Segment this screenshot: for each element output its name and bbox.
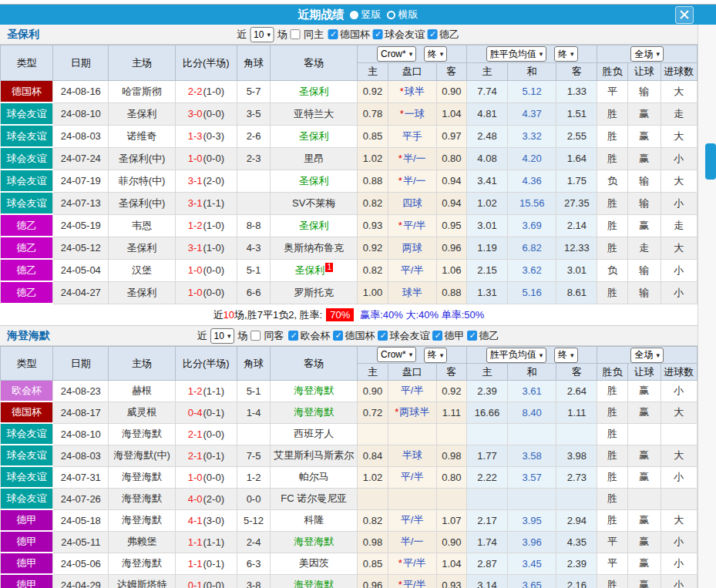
away-odds: 0.96 [436,237,466,259]
col-handicap: 盘口 [388,364,436,381]
result-cell: 胜 [597,488,627,509]
corner-score: 6-3 [237,553,270,574]
final-select[interactable]: 终▾ [424,46,448,62]
final-select-2-value: 终 [558,348,567,361]
date-cell: 24-07-31 [53,466,109,488]
league-checkbox[interactable] [432,331,442,341]
layout-radio-horizontal[interactable]: 横版 [387,8,419,22]
result-cell: 胜 [597,125,627,147]
match-row: 德甲 24-04-29 达姆斯塔特 0-1(0-0) 3-8 海登海默 0.96… [1,574,698,588]
fulltime-score: 2-1 [188,450,203,462]
handicap-result-cell: 走 [627,237,661,259]
home-odds: 0.90 [358,381,388,402]
halftime-score: (1-0) [203,86,224,97]
league-cell: 球会友谊 [1,102,53,125]
chevron-down-icon: ▾ [409,351,413,358]
date-cell: 24-07-19 [53,170,109,192]
match-row: 德甲 24-05-11 弗赖堡 1-1(1-1) 2-4 海登海默 0.98 半… [1,531,698,553]
avg-home-value: 1.77 [466,445,507,466]
close-icon[interactable] [675,6,694,24]
match-row: 德国杯 24-08-17 威灵根 0-4(0-1) 1-4 海登海默 0.72 … [1,402,698,423]
handicap-value: 平/半 [403,557,426,569]
handicap-result-cell: 赢 [627,102,661,125]
avg-away-value: 2.64 [556,381,597,402]
league-checkbox[interactable] [378,331,388,341]
same-side-checkbox[interactable] [291,29,301,39]
date-cell: 24-05-19 [53,214,109,237]
corner-score [237,192,270,214]
summary-text: 赢率:40% 大:40% 单率:50% [360,308,484,322]
star-marker: * [398,220,402,231]
final-select-2[interactable]: 终▾ [554,46,578,62]
handicap-value: 球半 [402,287,422,298]
handicap-cell: 平/半 [388,466,436,488]
avg-away-value: 3.98 [556,445,597,466]
same-side-checkbox[interactable] [250,331,261,341]
scrollbar-thumb[interactable] [705,143,716,180]
avg-select[interactable]: 胜平负均值▾ [486,348,547,363]
away-team-cell: 海登海默 [271,574,358,588]
home-odds: 1.00 [358,281,388,304]
handicap-value: 平/半 [401,385,424,396]
final-select-2[interactable]: 终▾ [554,348,578,363]
halftime-score: (0-0) [203,108,224,119]
chevron-down-icon: ▾ [570,50,574,58]
date-cell: 24-08-17 [53,402,109,423]
star-marker: * [400,108,404,119]
date-cell: 24-05-18 [53,509,109,531]
full-select[interactable]: 全场▾ [630,46,664,62]
goals-result-cell: 走 [661,102,697,125]
away-odds: 0.80 [436,466,466,488]
league-checkbox[interactable] [288,331,298,341]
handicap-cell: 两球 [388,237,436,259]
match-row: 球会友谊 24-08-10 海登海默 2-1(0-0) 西班牙人 胜 [1,423,698,445]
fulltime-score: 1-3 [188,130,203,142]
avg-home-value: 2.15 [466,259,507,281]
result-cell: 平 [597,81,627,103]
radio-unselected-icon [387,11,395,19]
match-score: 3-1(2-0) [175,170,237,192]
matches-table: 类型 日期 主场 比分(半场) 角球 客场 Crow*▾ 终▾ 胜平负均值▾ 终… [0,45,698,304]
layout-radio-vertical[interactable]: 竖版 [350,8,382,22]
col-score: 比分(半场) [175,347,237,381]
handicap-result-cell: 赢 [627,125,661,147]
fulltime-score: 1-2 [188,385,203,397]
league-checkbox[interactable] [373,29,383,39]
league-cell: 德国杯 [1,402,53,423]
away-odds: 0.94 [436,170,466,192]
league-filter-label: 欧会杯 [300,329,330,343]
col-result: 胜负 [597,63,627,81]
avg-draw-value: 3.65 [508,574,556,588]
corner-score: 5-1 [237,259,270,281]
avg-draw-value: 15.56 [508,192,556,214]
avg-home-value: 1.31 [466,281,507,304]
match-score: 2-1(0-1) [175,445,237,466]
goals-result-cell: 小 [661,259,697,281]
avg-draw-value: 3.58 [508,445,556,466]
final-select-value: 终 [428,48,437,61]
league-cell: 德甲 [1,509,53,531]
col-away: 客场 [271,347,358,381]
avg-draw-value: 4.37 [508,102,556,125]
away-team: 圣保利 [299,130,329,142]
avg-select[interactable]: 胜平负均值▾ [486,46,547,62]
league-checkbox[interactable] [428,29,438,39]
crow-select[interactable]: Crow*▾ [377,46,416,62]
match-row: 球会友谊 24-07-13 圣保利(中) 3-1(1-1) SV不莱梅 0.82… [1,192,698,214]
handicap-value: 平手 [402,130,422,142]
col-type: 类型 [1,45,53,81]
league-cell: 德甲 [1,574,53,588]
handicap-value: 两球 [402,242,422,254]
crow-select[interactable]: Crow*▾ [377,347,416,362]
full-select[interactable]: 全场▾ [630,348,664,363]
match-count-select[interactable]: 10 ▾ [250,27,274,42]
match-count-select[interactable]: 10 ▾ [210,328,235,344]
league-checkbox[interactable] [328,29,338,39]
avg-home-value: 2.22 [466,466,507,488]
final-select[interactable]: 终▾ [424,348,448,363]
league-checkbox[interactable] [333,331,343,341]
league-filter-label: 德乙 [439,28,459,42]
league-checkbox[interactable] [467,331,477,341]
handicap-result-cell: 输 [627,170,661,192]
col-avg-away: 客 [556,63,597,81]
